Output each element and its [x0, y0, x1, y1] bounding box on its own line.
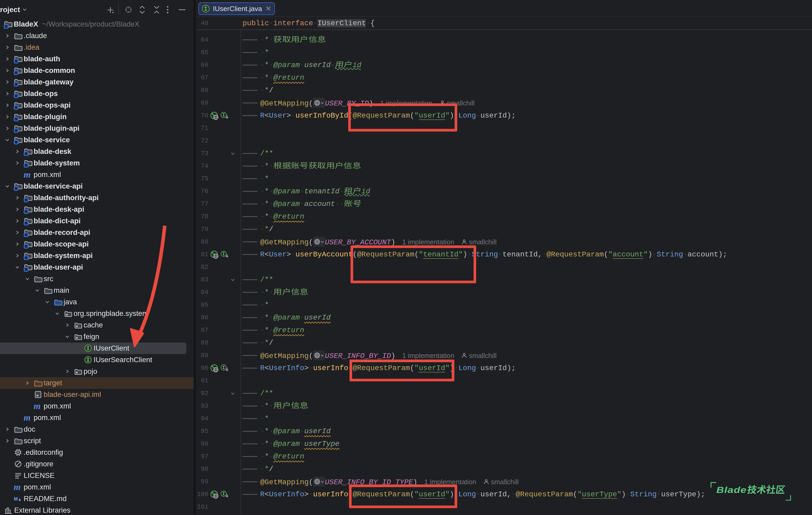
svg-text:M: M: [14, 496, 18, 502]
